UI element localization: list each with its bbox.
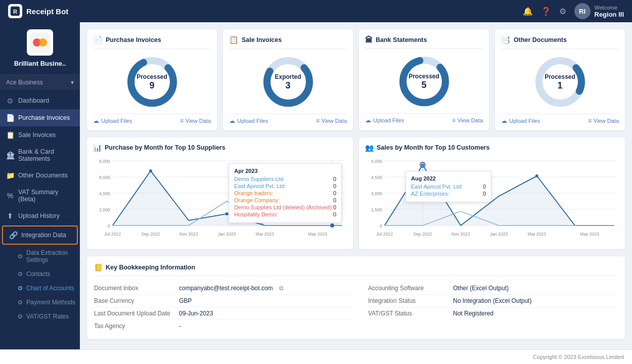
sales-tooltip-title: Aug 2022 (411, 175, 486, 181)
dot-icon (18, 300, 22, 304)
card-title-bank: 🏛 Bank Statements (365, 35, 483, 49)
sub-label-chart-of-accounts: Chart of Accounts (26, 285, 74, 292)
bookkeeping-icon: 📒 (94, 263, 103, 271)
sidebar-label-other-docs: Other Documents (18, 172, 68, 179)
svg-text:8,000: 8,000 (99, 159, 110, 164)
sub-nav-contacts[interactable]: Contacts (14, 267, 80, 281)
sub-nav-vat-gst-rates[interactable]: VAT/GST Rates (14, 309, 80, 324)
svg-text:Jan 2023: Jan 2023 (490, 232, 508, 237)
view-icon: ≡ (316, 117, 320, 124)
other-docs-icon: 📁 (6, 171, 14, 179)
sales-chart-card: 👥 Sales by Month for Top 10 Customers 6,… (359, 138, 625, 249)
bank-icon: 🏦 (6, 151, 14, 159)
integration-row: 🔗 Integration Data (0, 224, 80, 246)
tooltip-row-3: Orange traders: 0 (234, 190, 336, 196)
brand-icon (27, 29, 53, 56)
upload-files-bank[interactable]: ☁ Upload Files (365, 117, 404, 124)
card-purchase-invoices: 📄 Purchase Invoices Processed 9 (87, 29, 217, 130)
logo: R Receipt Bot (8, 4, 68, 18)
sales-tooltip-row-2: AZ Enterprises: 0 (411, 191, 486, 197)
dot-icon (18, 272, 22, 276)
sidebar-label-vat: VAT Summary (Beta) (18, 189, 74, 203)
sidebar-label-dashboard: Dashboard (18, 97, 49, 104)
sidebar-item-sale-invoices[interactable]: 📋 Sale Invoices (0, 126, 80, 144)
view-data-purchase[interactable]: ≡ View Data (180, 117, 211, 124)
bell-icon[interactable]: 🔔 (523, 7, 533, 16)
svg-text:4,500: 4,500 (371, 175, 382, 180)
bookkeeping-card: 📒 Key Bookkeeping Information Document I… (87, 256, 625, 339)
upload-files-purchase[interactable]: ☁ Upload Files (93, 117, 132, 124)
purchase-chart-title: 📊 Purchase by Month for Top 10 Suppliers (93, 144, 347, 152)
tooltip-row-1: Demo Suppliers Ltd: 0 (234, 176, 336, 182)
view-data-sale[interactable]: ≡ View Data (316, 117, 347, 124)
header-right: 🔔 ❓ ⚙ RI Welcome Region III (523, 3, 624, 19)
svg-text:R: R (13, 9, 17, 15)
card-title-sale: 📋 Sale Invoices (229, 35, 347, 49)
svg-text:Nov 2022: Nov 2022 (452, 232, 470, 237)
help-icon[interactable]: ❓ (541, 7, 551, 16)
upload-icon: ☁ (93, 117, 99, 124)
bookkeeping-left: Document Inbox companyabc@test.receipt-b… (94, 282, 356, 332)
svg-text:6,000: 6,000 (371, 159, 382, 164)
svg-text:Jul 2022: Jul 2022 (376, 232, 393, 237)
logo-text: Receipt Bot (26, 7, 68, 16)
sidebar-item-vat-summary[interactable]: % VAT Summary (Beta) (0, 184, 80, 207)
sidebar-item-integration-data[interactable]: 🔗 Integration Data (2, 225, 78, 245)
tooltip-row-2: East Apricot Pvt. Ltd: 0 (234, 183, 336, 189)
dot-icon (18, 254, 22, 258)
sale-card-actions: ☁ Upload Files ≡ View Data (229, 114, 347, 124)
sidebar: Brilliant Busine.. Ace Business ▾ ⊙ Dash… (0, 22, 80, 349)
sidebar-item-dashboard[interactable]: ⊙ Dashboard (0, 92, 80, 109)
bank-donut: Processed 5 (365, 54, 483, 109)
upload-files-other[interactable]: ☁ Upload Files (501, 117, 540, 124)
vat-icon: % (6, 192, 14, 200)
other-card-icon: 📑 (501, 35, 511, 44)
company-selector[interactable]: Ace Business ▾ (0, 75, 80, 90)
svg-text:Sep 2022: Sep 2022 (413, 232, 432, 237)
sub-nav-data-extraction[interactable]: Data Extraction Settings (14, 246, 80, 267)
view-data-bank[interactable]: ≡ View Data (452, 117, 483, 124)
sub-nav-chart-of-accounts[interactable]: Chart of Accounts (14, 281, 80, 295)
purchase-card-icon: 📄 (93, 35, 103, 44)
info-row-accounting-software: Accounting Software Other (Excel Output) (368, 282, 618, 295)
tooltip-row-6: Hospitality Demo: 0 (234, 211, 336, 217)
card-bank-statements: 🏛 Bank Statements Processed 5 (359, 29, 489, 130)
upload-files-sale[interactable]: ☁ Upload Files (229, 117, 268, 124)
sub-label-vat-gst-rates: VAT/GST Rates (26, 313, 69, 320)
tooltip-row-5: Demo Supplies Ltd (deleted) (Archived): … (234, 204, 336, 210)
sidebar-item-upload-history[interactable]: ⬆ Upload History (0, 207, 80, 224)
settings-icon[interactable]: ⚙ (559, 7, 566, 16)
sale-donut: Exported 3 (229, 54, 347, 110)
brand-name: Brilliant Busine.. (14, 60, 66, 67)
svg-text:Mar 2023: Mar 2023 (527, 232, 546, 237)
info-row-tax-agency: Tax Agency - (94, 320, 356, 332)
dot-icon (18, 286, 22, 290)
sales-chart-svg: 6,000 4,500 3,000 1,500 0 (365, 156, 619, 242)
purchase-card-actions: ☁ Upload Files ≡ View Data (93, 114, 211, 124)
app-header: R Receipt Bot 🔔 ❓ ⚙ RI Welcome Region II… (0, 0, 632, 22)
sales-chart-area: 6,000 4,500 3,000 1,500 0 (365, 156, 619, 243)
sub-nav-payment-methods[interactable]: Payment Methods (14, 295, 80, 309)
view-data-other[interactable]: ≡ View Data (588, 117, 619, 124)
sidebar-item-bank-card[interactable]: 🏦 Bank & Card Statements (0, 144, 80, 167)
copy-icon[interactable]: ⧉ (279, 285, 284, 292)
info-row-last-upload: Last Document Upload Date 09-Jun-2023 (94, 307, 356, 320)
chevron-down-icon: ▾ (71, 79, 74, 86)
info-row-document-inbox: Document Inbox companyabc@test.receipt-b… (94, 282, 356, 295)
tooltip-title: Apr 2023 (234, 168, 336, 174)
upload-icon: ☁ (501, 117, 507, 124)
page-footer: Copyright © 2023 Excelsious Limited (0, 349, 632, 364)
footer-text: Copyright © 2023 Excelsious Limited (533, 354, 624, 360)
sidebar-item-purchase-invoices[interactable]: 📄 Purchase Invoices (0, 109, 80, 126)
svg-text:6,000: 6,000 (99, 175, 110, 180)
svg-text:Nov 2022: Nov 2022 (179, 232, 198, 237)
purchase-invoices-icon: 📄 (6, 114, 14, 122)
company-name: Ace Business (6, 79, 43, 86)
sub-label-payment-methods: Payment Methods (26, 299, 75, 306)
sidebar-item-other-documents[interactable]: 📁 Other Documents (0, 167, 80, 184)
integration-icon: 🔗 (9, 231, 17, 239)
dashboard-icon: ⊙ (6, 97, 14, 105)
card-title-purchase: 📄 Purchase Invoices (93, 35, 211, 49)
info-row-integration-status: Integration Status No Integration (Excel… (368, 295, 618, 307)
svg-text:3,000: 3,000 (371, 191, 382, 196)
